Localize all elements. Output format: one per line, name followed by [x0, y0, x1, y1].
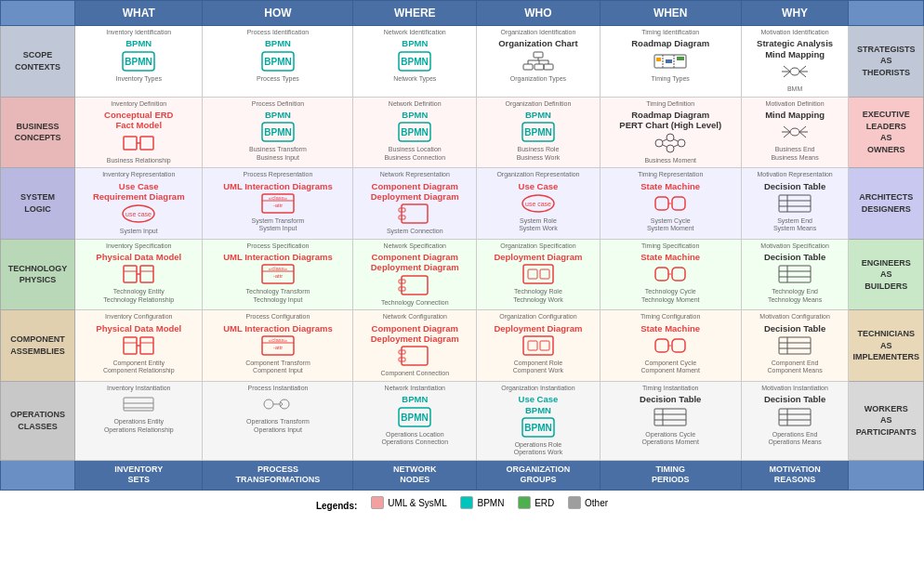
cell-scope-col0: Inventory Identification BPMN BPMN Inven… — [75, 26, 203, 98]
cell-technology-col1: Process Specification UML Interaction Di… — [203, 239, 353, 310]
cell-component-col3: Organization Configuration Deployment Di… — [477, 310, 601, 382]
cell-operations-col3: Organization Instantiation Use Case BPMN… — [477, 381, 601, 460]
svg-rect-108 — [672, 339, 685, 352]
cell-top-label: Timing Representation — [603, 171, 738, 178]
cell-technology-col0: Inventory Specification Physical Data Mo… — [75, 239, 203, 310]
legend-label: Legends: — [316, 501, 357, 511]
cell-main-label: Component Diagram Deployment Diagram — [356, 181, 473, 203]
svg-text:-attr: -attr — [273, 203, 284, 208]
cell-business-col2: Network Definition BPMN BPMN Business Lo… — [353, 97, 477, 168]
cell-component-col4: Timing Configuration State Machine Compo… — [600, 310, 741, 382]
header-where: WHERE — [353, 1, 477, 26]
cell-top-label: Inventory Configuration — [78, 313, 199, 321]
cell-icon — [78, 264, 199, 286]
cell-business-col1: Process Definition BPMN BPMN Business Tr… — [203, 97, 353, 168]
cell-main-label: BPMN — [480, 110, 597, 120]
cell-top-label: Organization Identification — [480, 29, 597, 36]
cell-main-label: Use Case BPMN — [480, 394, 597, 415]
legend-bpmn-box — [460, 496, 473, 509]
cell-icon: «class»-attr — [205, 264, 350, 286]
cell-icon: use case — [480, 193, 597, 216]
svg-rect-107 — [655, 339, 668, 352]
svg-rect-83 — [528, 269, 537, 279]
cell-scope-col4: Timing Identification Roadmap Diagram Ti… — [600, 26, 741, 98]
cell-main-label: Decision Table — [745, 252, 846, 262]
cell-bottom-label: Operations Role Operations Work — [480, 441, 597, 457]
corner-bottom-left — [1, 460, 75, 490]
cell-icon — [356, 346, 473, 368]
cell-top-label: Organization Configuration — [480, 313, 597, 321]
svg-rect-105 — [528, 341, 537, 350]
cell-bottom-label: System Cycle System Moment — [603, 217, 738, 233]
cell-icon — [745, 61, 846, 84]
cell-operations-col1: Process Instantiation Operations Transfo… — [203, 381, 353, 460]
cell-bottom-label: Operations Transform Operations Input — [205, 418, 350, 434]
svg-rect-110 — [779, 337, 811, 354]
cell-icon — [603, 133, 738, 155]
cell-icon — [603, 51, 738, 73]
right-header-component: TECHNICIANS AS IMPLEMENTERS — [849, 310, 924, 382]
cell-technology-col5: Motivation Specification Decision Table … — [741, 239, 849, 310]
svg-text:BPMN: BPMN — [402, 127, 429, 137]
cell-icon — [603, 264, 738, 286]
cell-top-label: Motivation Definition — [745, 100, 846, 108]
header-what: WHAT — [75, 1, 203, 26]
cell-icon: «class»-attr — [205, 335, 350, 358]
legend-bpmn-label: BPMN — [477, 498, 504, 508]
svg-rect-19 — [666, 59, 672, 63]
cell-main-label: BPMN — [356, 110, 473, 120]
svg-line-27 — [784, 72, 790, 77]
svg-text:BPMN: BPMN — [524, 423, 551, 433]
cell-bottom-label: System Role System Work — [480, 217, 597, 233]
svg-rect-85 — [655, 268, 668, 281]
cell-bottom-label: Business Moment — [603, 157, 738, 164]
svg-text:BPMN: BPMN — [524, 127, 551, 137]
cell-component-col5: Motivation Configuration Decision Table … — [741, 310, 849, 382]
cell-bottom-label: Inventory Types — [78, 75, 199, 83]
right-header-business: EXECUTIVE LEADERS AS OWNERS — [849, 97, 924, 168]
cell-technology-col2: Network Specification Component Diagram … — [353, 239, 477, 310]
cell-bottom-label: Component Cycle Component Moment — [603, 360, 738, 375]
cell-top-label: Inventory Specification — [78, 242, 199, 250]
cell-main-label: Decision Table — [745, 394, 846, 404]
cell-main-label: State Machine — [603, 323, 738, 334]
cell-bottom-label: Technology Role Technology Work — [480, 288, 597, 304]
svg-text:BPMN: BPMN — [402, 57, 429, 67]
cell-bottom-label: Technology Entity Technology Relationshi… — [78, 288, 199, 304]
footer-process: PROCESSTRANSFORMATIONS — [203, 460, 353, 490]
svg-point-40 — [667, 145, 674, 152]
cell-icon: BPMN — [205, 122, 350, 144]
cell-scope-col5: Motivation Identification Strategic Anal… — [741, 26, 849, 98]
cell-top-label: Network Instantiation — [356, 385, 473, 392]
svg-rect-88 — [779, 266, 811, 282]
cell-main-label: BPMN — [356, 38, 473, 48]
svg-text:use case: use case — [125, 211, 152, 217]
svg-rect-92 — [124, 337, 137, 354]
cell-icon — [480, 335, 597, 358]
cell-top-label: Inventory Definition — [78, 100, 199, 108]
cell-main-label: BPMN — [78, 38, 199, 48]
cell-system-col4: Timing Representation State Machine Syst… — [600, 168, 741, 240]
cell-top-label: Timing Configuration — [603, 313, 738, 321]
svg-rect-126 — [654, 409, 686, 426]
svg-rect-9 — [544, 64, 553, 70]
footer-timing: TIMINGPERIODS — [600, 460, 741, 490]
cell-bottom-label: Technology End Technology Means — [745, 288, 846, 304]
cell-business-col5: Motivation Definition Mind Mapping Busin… — [741, 97, 849, 168]
svg-rect-72 — [140, 266, 153, 282]
cell-business-col3: Organization Definition BPMN BPMN Busine… — [477, 97, 601, 168]
cell-top-label: Network Representation — [356, 171, 473, 178]
cell-bottom-label: Technology Transform Technology Input — [205, 288, 350, 304]
corner-top-right — [849, 1, 924, 26]
cell-top-label: Motivation Configuration — [745, 313, 846, 321]
svg-rect-64 — [672, 197, 685, 210]
cell-main-label: State Machine — [603, 252, 738, 262]
cell-icon: «class»-attr — [205, 193, 350, 216]
cell-icon: BPMN — [356, 51, 473, 73]
cell-top-label: Timing Definition — [603, 100, 738, 108]
cell-main-label: Physical Data Model — [78, 323, 199, 334]
svg-line-46 — [799, 126, 806, 132]
cell-top-label: Motivation Identification — [745, 29, 846, 36]
cell-top-label: Process Representation — [205, 171, 350, 178]
cell-bottom-label: Process Types — [205, 75, 350, 83]
